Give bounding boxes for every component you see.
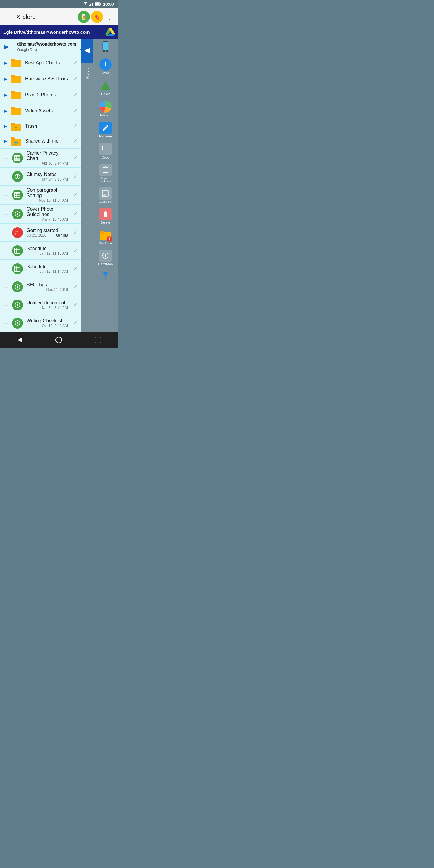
file-name-getting-started: Getting started xyxy=(27,228,69,233)
back-button[interactable]: ← xyxy=(2,10,14,23)
delete-label: Delete xyxy=(101,221,110,224)
nav-home-icon xyxy=(55,336,62,344)
expand-arrow: ▶ xyxy=(4,43,9,51)
file-item-schedule-2[interactable]: — Schedule Jan 12, 11:14 AM ✓ xyxy=(0,260,82,278)
file-item-cover-photo-guidelines[interactable]: — Cover Photo Guidelines Mar 7, 10:40 AM… xyxy=(0,205,82,224)
file-item-comparograph-sorting[interactable]: — Comparograph Sorting Nov 10, 11:54 AM … xyxy=(0,186,82,205)
file-item-writing-checklist[interactable]: — Writing Checklist Oct 12, 9:40 AM ✓ xyxy=(0,314,82,332)
path-bold: dthomas@wonderhowto.com xyxy=(27,30,90,35)
check-carrier-privacy-chart: ✓ xyxy=(73,154,78,161)
folder-item-shared-with-me[interactable]: ▶ 🌐 Shared with me ✓ xyxy=(0,134,82,149)
folder-expand-arrow: ▶ xyxy=(4,76,7,82)
svg-point-67 xyxy=(105,279,106,280)
phone-icon-container xyxy=(101,41,110,54)
account-header[interactable]: ▶ dthomas@wonderhowto.com Google Drive 1… xyxy=(0,38,82,55)
nav-home-button[interactable] xyxy=(52,333,66,347)
svg-rect-43 xyxy=(15,248,20,253)
file-dash: — xyxy=(4,230,8,236)
account-email: dthomas@wonderhowto.com xyxy=(17,41,76,46)
path-bar: ...gle Drive/dthomas@wonderhowto.com xyxy=(0,25,118,38)
status-time: 10:00 xyxy=(103,2,114,7)
file-name-schedule-2: Schedule xyxy=(27,264,69,270)
file-info-seo-tips: SEO Tips Dec 21, 2016 xyxy=(27,282,69,292)
svg-rect-3 xyxy=(93,2,93,6)
file-icon-writing-checklist xyxy=(12,318,23,329)
file-item-clumsy-notes[interactable]: — Clumsy Notes Jan 24, 3:15 PM ✓ xyxy=(0,167,82,186)
folder-name-hardware-best-fors: Hardware Best Fors xyxy=(25,76,69,82)
svg-rect-18 xyxy=(10,91,15,93)
newfolder-label: New folder xyxy=(99,242,112,245)
sidebar-createzip-button[interactable]: ZIP Create ZIP xyxy=(95,186,116,205)
storage-bar-container: Google Drive xyxy=(17,48,76,52)
sidebar-diskmap-button[interactable]: Disk map xyxy=(95,99,116,119)
svg-rect-66 xyxy=(100,231,104,234)
battery-icon xyxy=(95,2,101,6)
sidebar-copy-clipboard-button[interactable]: ✏ Copy toclipboard xyxy=(95,162,116,184)
file-item-schedule-1[interactable]: — Schedule Jan 12, 11:15 AM ✓ xyxy=(0,242,82,260)
sidebar-updir-button[interactable]: Up dir xyxy=(95,78,116,98)
signal-icon xyxy=(89,2,93,6)
folder-icon-best-app-charts xyxy=(10,58,22,68)
file-date-writing-checklist: Oct 12, 9:40 AM xyxy=(27,324,69,328)
svg-marker-61 xyxy=(101,82,110,90)
file-name-comparograph-sorting: Comparograph Sorting xyxy=(27,187,69,198)
diskmap-icon xyxy=(99,101,112,113)
file-icon-untitled-document xyxy=(12,300,23,310)
sidebar-rename-button[interactable]: Rename xyxy=(95,120,116,140)
more-options-button[interactable]: ⋮ xyxy=(104,11,115,23)
folder-icon-hardware-best-fors xyxy=(10,73,22,84)
nav-recents-button[interactable] xyxy=(91,333,105,347)
folder-expand-arrow: ▶ xyxy=(4,138,7,144)
folder-name-video-assets: Video Assets xyxy=(25,108,69,114)
account-subtitle: Google Drive xyxy=(17,48,38,52)
file-date-comparograph-sorting: Nov 10, 11:54 AM xyxy=(27,198,69,203)
nav-recents-icon xyxy=(95,337,101,343)
file-date-getting-started: Jul 25, 2016 697 kB xyxy=(27,233,69,238)
check-shared-with-me: ✓ xyxy=(73,137,78,145)
file-icon-schedule-2 xyxy=(12,264,23,274)
file-info-getting-started: Getting started Jul 25, 2016 697 kB xyxy=(27,228,69,238)
svg-rect-24 xyxy=(10,137,15,140)
check-video-assets: ✓ xyxy=(73,107,78,115)
trash-overlay-icon: ♻ xyxy=(14,126,18,130)
file-item-getting-started[interactable]: — PDF ? Getting started Jul 25, 2016 697… xyxy=(0,224,82,242)
file-date-schedule-1: Jan 12, 11:15 AM xyxy=(27,251,69,255)
file-item-untitled-document[interactable]: — Untitled document Jan 24, 3:14 PM ✓ xyxy=(0,296,82,314)
folder-item-video-assets[interactable]: ▶ Video Assets ✓ xyxy=(0,103,82,119)
createzip-icon: ZIP xyxy=(99,187,112,199)
sidebar-showdetails-button[interactable]: Show details xyxy=(95,248,116,267)
file-icon-seo-tips xyxy=(12,281,23,292)
folder-item-hardware-best-fors[interactable]: ▶ Hardware Best Fors ✓ xyxy=(0,71,82,87)
file-info-untitled-document: Untitled document Jan 24, 3:14 PM xyxy=(27,300,69,310)
sidebar-delete-button[interactable]: Delete xyxy=(95,206,116,226)
folder-expand-arrow: ▶ xyxy=(4,61,7,65)
file-dash: — xyxy=(4,266,8,272)
file-info-carrier-privacy-chart: Carrier Privacy Chart Apr 10, 2:44 PM xyxy=(27,150,69,165)
bookmark-badge-button[interactable]: 🔖 xyxy=(91,11,103,23)
path-prefix: ...gle Drive/ xyxy=(2,30,27,35)
app-bar: ← X-plore 🍺 🔖 ⋮ xyxy=(0,8,118,25)
check-untitled-document: ✓ xyxy=(73,301,78,309)
sidebar-wifi-button[interactable] xyxy=(95,268,116,284)
sidebar-news-button[interactable]: i News xyxy=(95,57,116,76)
beer-badge-button[interactable]: 🍺 xyxy=(78,11,90,23)
root-arrow-button[interactable] xyxy=(82,38,93,63)
svg-rect-14 xyxy=(10,59,15,61)
svg-rect-20 xyxy=(10,107,15,109)
file-item-seo-tips[interactable]: — SEO Tips Dec 21, 2016 ✓ xyxy=(0,278,82,296)
check-getting-started: ✓ xyxy=(73,229,78,236)
phone-icon xyxy=(101,41,110,53)
file-info-cover-photo-guidelines: Cover Photo Guidelines Mar 7, 10:40 AM xyxy=(27,207,69,221)
sidebar-newfolder-button[interactable]: + New folder xyxy=(95,227,116,247)
nav-back-button[interactable] xyxy=(12,333,27,347)
folder-item-best-app-charts[interactable]: ▶ Best App Charts ✓ xyxy=(0,55,82,71)
folder-item-pixel-2-photos[interactable]: ▶ Pixel 2 Photos ✓ xyxy=(0,87,82,103)
file-item-carrier-privacy-chart[interactable]: — Carrier Privacy Chart Apr 10, 2:44 PM … xyxy=(0,149,82,167)
rename-label: Rename xyxy=(99,134,112,138)
folder-item-trash[interactable]: ▶ ♻ Trash ✓ xyxy=(0,119,82,134)
file-dash: — xyxy=(4,284,8,290)
rename-icon xyxy=(99,122,112,134)
file-date-carrier-privacy-chart: Apr 10, 2:44 PM xyxy=(27,161,69,165)
sidebar-copy-button[interactable]: Copy xyxy=(95,141,116,161)
google-drive-logo xyxy=(105,28,115,36)
